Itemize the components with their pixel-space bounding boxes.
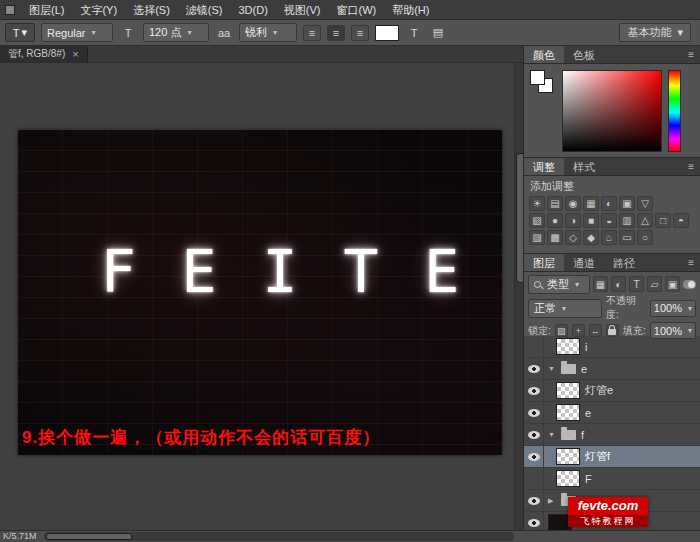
hue-slider[interactable] [668, 70, 681, 152]
align-left-icon[interactable]: ≡ [303, 25, 321, 41]
layer-row-tube-e[interactable]: 灯管e [524, 380, 700, 402]
adjustment-icon[interactable]: ◓ [673, 213, 689, 228]
menu-view[interactable]: 视图(V) [276, 0, 329, 20]
layer-name[interactable]: 灯管e [585, 383, 613, 398]
filter-adjustment-icon[interactable]: ◐ [611, 276, 626, 292]
adjustment-icon[interactable]: □ [655, 213, 671, 228]
adjustment-icon[interactable]: ● [547, 213, 563, 228]
menu-select[interactable]: 选择(S) [125, 0, 178, 20]
close-icon[interactable]: × [72, 48, 78, 60]
filter-shape-icon[interactable]: ▱ [647, 276, 662, 292]
adjustment-icon[interactable]: ⌂ [601, 230, 617, 245]
filter-type-icon[interactable]: T [629, 276, 644, 292]
adjustment-icon[interactable]: ☀ [529, 196, 545, 211]
font-size-select[interactable]: 120 点 ▾ [143, 23, 209, 42]
menu-window[interactable]: 窗口(W) [328, 0, 384, 20]
workspace-switcher[interactable]: 基本功能 ▾ [619, 23, 691, 42]
menu-layer[interactable]: 图层(L) [21, 0, 72, 20]
tab-paths[interactable]: 路径 [604, 254, 644, 271]
visibility-toggle[interactable] [524, 424, 544, 445]
vertical-scrollbar[interactable] [514, 63, 523, 530]
anti-alias-select[interactable]: 锐利 ▾ [239, 23, 297, 42]
filter-toggle-switch[interactable] [683, 280, 696, 289]
layer-thumbnail[interactable] [556, 382, 580, 399]
layer-thumbnail[interactable] [556, 338, 580, 355]
visibility-toggle[interactable] [524, 490, 544, 511]
document-tab[interactable]: 管f, RGB/8#) × [0, 46, 88, 62]
canvas-viewport[interactable]: FEITE 9.挨个做一遍，（或用动作不会的话可百度） [0, 63, 514, 530]
adjustment-icon[interactable]: △ [637, 213, 653, 228]
layer-thumbnail[interactable] [556, 404, 580, 421]
adjustment-icon[interactable]: ▩ [547, 230, 563, 245]
layer-name[interactable]: 灯管f [585, 449, 610, 464]
layer-thumbnail[interactable] [556, 448, 580, 465]
tab-layers[interactable]: 图层 [524, 254, 564, 271]
group-caret-icon[interactable]: ▼ [548, 365, 556, 372]
visibility-toggle[interactable] [524, 468, 544, 489]
adjustment-icon[interactable]: ▣ [619, 196, 635, 211]
group-name[interactable]: f [581, 429, 584, 441]
group-row-f[interactable]: ▼ f [524, 424, 700, 446]
adjustment-icon[interactable]: ▥ [619, 213, 635, 228]
panel-menu-icon[interactable]: ≡ [682, 158, 700, 175]
warp-text-icon[interactable]: T [405, 24, 423, 42]
visibility-toggle[interactable] [524, 446, 544, 467]
adjustment-icon[interactable]: ▨ [529, 230, 545, 245]
align-center-icon[interactable]: ≡ [327, 25, 345, 41]
adjustment-icon[interactable]: ◇ [565, 230, 581, 245]
fg-bg-swatches[interactable] [530, 70, 556, 100]
menu-type[interactable]: 文字(Y) [72, 0, 125, 20]
adjustment-icon[interactable]: ◒ [601, 213, 617, 228]
group-row-e[interactable]: ▼ e [524, 358, 700, 380]
horizontal-scrollbar-thumb[interactable] [46, 533, 132, 540]
group-name[interactable]: e [581, 363, 587, 375]
menu-help[interactable]: 帮助(H) [384, 0, 437, 20]
visibility-toggle[interactable] [524, 336, 544, 357]
visibility-toggle[interactable] [524, 512, 544, 530]
tool-preset-picker[interactable]: T ▾ [5, 23, 35, 42]
filter-smart-icon[interactable]: ▣ [665, 276, 680, 292]
panel-menu-icon[interactable]: ≡ [682, 46, 700, 63]
adjustment-icon[interactable]: ▭ [619, 230, 635, 245]
canvas-document[interactable]: FEITE 9.挨个做一遍，（或用动作不会的话可百度） [18, 130, 502, 455]
tab-swatches[interactable]: 色板 [564, 46, 604, 63]
layer-name[interactable]: i [585, 341, 587, 353]
text-color-swatch[interactable] [375, 25, 399, 41]
adjustment-icon[interactable]: ▧ [529, 213, 545, 228]
adjustment-icon[interactable]: ◆ [583, 230, 599, 245]
layer-row-tube-f-selected[interactable]: 灯管f [524, 446, 700, 468]
foreground-color-swatch[interactable] [530, 70, 545, 85]
align-right-icon[interactable]: ≡ [351, 25, 369, 41]
filter-type-select[interactable]: 类型 ▾ [528, 275, 590, 294]
blend-mode-select[interactable]: 正常 ▾ [528, 299, 602, 318]
adjustment-icon[interactable]: ○ [637, 230, 653, 245]
adjustment-icon[interactable]: ▤ [547, 196, 563, 211]
toggle-panels-icon[interactable]: ▤ [429, 24, 447, 42]
adjustment-icon[interactable]: ◐ [601, 196, 617, 211]
font-style-select[interactable]: Regular ▾ [41, 23, 113, 42]
layer-row-i[interactable]: i [524, 336, 700, 358]
tab-adjustments[interactable]: 调整 [524, 158, 564, 175]
adjustment-icon[interactable]: ◑ [565, 213, 581, 228]
layer-name[interactable]: F [585, 473, 592, 485]
group-caret-icon[interactable]: ▶ [548, 497, 556, 505]
layer-thumbnail[interactable] [556, 470, 580, 487]
layer-row-e[interactable]: e [524, 402, 700, 424]
menu-3d[interactable]: 3D(D) [230, 0, 275, 20]
tab-styles[interactable]: 样式 [564, 158, 604, 175]
visibility-toggle[interactable] [524, 402, 544, 423]
layer-name[interactable]: e [585, 407, 591, 419]
adjustment-icon[interactable]: ■ [583, 213, 599, 228]
opacity-input[interactable]: 100% ▾ [650, 300, 696, 317]
adjustment-icon[interactable]: ◉ [565, 196, 581, 211]
filter-pixel-icon[interactable]: ▦ [593, 276, 608, 292]
visibility-toggle[interactable] [524, 380, 544, 401]
visibility-toggle[interactable] [524, 358, 544, 379]
tab-color[interactable]: 颜色 [524, 46, 564, 63]
adjustment-icon[interactable]: ▦ [583, 196, 599, 211]
saturation-field[interactable] [562, 70, 662, 152]
layer-row-F[interactable]: F [524, 468, 700, 490]
tab-channels[interactable]: 通道 [564, 254, 604, 271]
panel-menu-icon[interactable]: ≡ [682, 254, 700, 271]
group-caret-icon[interactable]: ▼ [548, 431, 556, 438]
